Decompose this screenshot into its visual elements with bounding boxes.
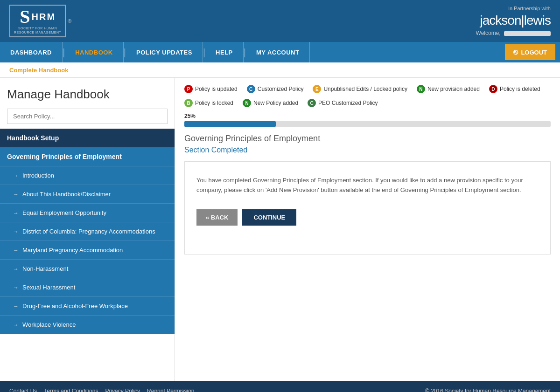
arrow-icon: →	[13, 247, 19, 254]
badge-customized: C	[247, 85, 255, 93]
legend-label-locked: Policy is locked	[195, 100, 233, 106]
legend-item-unpublished: E Unpublished Edits / Locked policy	[313, 85, 407, 93]
arrow-icon: →	[13, 322, 19, 328]
content-text: You have completed Governing Principles …	[196, 176, 539, 195]
legend-row2: B Policy is locked N New Policy added C …	[184, 99, 551, 107]
sidebar-item-maryland-pregnancy[interactable]: → Maryland Pregnancy Accommodation	[0, 241, 175, 259]
legend-item-peo: C PEO Customized Policy	[308, 99, 378, 107]
sidebar-item-workplace-violence[interactable]: → Workplace Violence	[0, 315, 175, 334]
main-content: Manage Handbook Handbook Setup Governing…	[0, 78, 560, 381]
sidebar-item-label: Maryland Pregnancy Accommodation	[22, 247, 123, 254]
footer-terms[interactable]: Terms and Conditions	[44, 388, 98, 392]
sidebar: Manage Handbook Handbook Setup Governing…	[0, 78, 175, 381]
progress-container: 25%	[184, 113, 551, 127]
logo-area: S HRM SOCIETY FOR HUMANRESOURCE MANAGEME…	[9, 5, 71, 37]
nav-handbook[interactable]: HANDBOOK	[65, 42, 124, 62]
breadcrumb: Complete Handbook	[0, 62, 560, 78]
partner-name: jackson|lewis	[476, 13, 551, 28]
logout-button[interactable]: ⎋ LOGOUT	[505, 44, 555, 60]
logo-tagline: SOCIETY FOR HUMANRESOURCE MANAGEMENT	[14, 26, 61, 34]
legend-label-new-policy: New Policy added	[253, 100, 298, 106]
section-completed: Section Completed	[184, 146, 551, 154]
legend-label-peo: PEO Customized Policy	[318, 100, 378, 106]
nav-help[interactable]: HELP	[205, 42, 244, 62]
nav-dashboard[interactable]: DASHBOARD	[0, 42, 63, 62]
search-input[interactable]	[7, 109, 168, 124]
partner-name-part2: lewis	[524, 13, 551, 28]
nav-policy-updates[interactable]: POLICY UPDATES	[126, 42, 203, 62]
legend-label-new-provision: New provision added	[427, 86, 480, 92]
sidebar-item-introduction[interactable]: → Introduction	[0, 166, 175, 185]
sidebar-item-non-harassment[interactable]: → Non-Harassment	[0, 259, 175, 278]
logo-s-letter: S	[20, 7, 30, 26]
content-box: You have completed Governing Principles …	[184, 161, 551, 254]
main-nav: DASHBOARD | HANDBOOK | POLICY UPDATES | …	[0, 42, 560, 62]
partner-name-part1: jackson	[480, 13, 521, 28]
arrow-icon: →	[13, 210, 19, 216]
sidebar-section-handbook-setup: Handbook Setup	[0, 129, 175, 147]
badge-unpublished: E	[313, 85, 321, 93]
badge-policy-updated: P	[184, 85, 193, 93]
arrow-icon: →	[13, 228, 19, 235]
footer-privacy[interactable]: Privacy Policy	[105, 388, 140, 392]
footer-copyright: © 2016 Society for Human Resource Manage…	[425, 388, 551, 392]
sidebar-item-label: Equal Employment Opportunity	[22, 209, 106, 216]
breadcrumb-link[interactable]: Complete Handbook	[9, 67, 68, 74]
legend: P Policy is updated C Customized Policy …	[184, 85, 551, 93]
badge-new-provision: N	[417, 85, 425, 93]
sidebar-item-label: Sexual Harassment	[22, 284, 75, 291]
legend-label-updated: Policy is updated	[195, 86, 238, 92]
logout-label: LOGOUT	[521, 49, 547, 56]
back-button[interactable]: « BACK	[196, 209, 238, 226]
arrow-icon: →	[13, 172, 19, 179]
badge-new-policy: N	[243, 99, 251, 107]
sidebar-item-dc-pregnancy[interactable]: → District of Columbia: Pregnancy Accomm…	[0, 222, 175, 241]
section-header: Governing Principles of Employment	[184, 134, 551, 144]
progress-bar-fill	[184, 121, 276, 127]
legend-item-updated: P Policy is updated	[184, 85, 238, 93]
arrow-icon: →	[13, 266, 19, 272]
header: S HRM SOCIETY FOR HUMANRESOURCE MANAGEME…	[0, 0, 560, 42]
welcome-text: Welcome,	[476, 30, 551, 36]
arrow-icon: →	[13, 303, 19, 309]
footer: Contact Us Terms and Conditions Privacy …	[0, 381, 560, 392]
sidebar-item-about-handbook[interactable]: → About This Handbook/Disclaimer	[0, 185, 175, 203]
legend-item-deleted: D Policy is deleted	[489, 85, 540, 93]
legend-label-customized: Customized Policy	[258, 86, 304, 92]
sidebar-item-label: Workplace Violence	[22, 321, 76, 328]
sidebar-item-label: Introduction	[22, 172, 54, 179]
right-panel: P Policy is updated C Customized Policy …	[175, 78, 560, 381]
welcome-name-bar	[504, 31, 551, 36]
legend-item-customized: C Customized Policy	[247, 85, 304, 93]
badge-peo: C	[308, 99, 316, 107]
legend-label-deleted: Policy is deleted	[500, 86, 540, 92]
nav-items: DASHBOARD | HANDBOOK | POLICY UPDATES | …	[0, 42, 505, 62]
sidebar-item-equal-employment[interactable]: → Equal Employment Opportunity	[0, 203, 175, 222]
logout-icon: ⎋	[513, 48, 518, 56]
footer-reprint[interactable]: Reprint Permission	[147, 388, 194, 392]
legend-item-new-provision: N New provision added	[417, 85, 480, 93]
partner-area: In Partnership with jackson|lewis Welcom…	[476, 6, 551, 36]
sidebar-category-governing[interactable]: Governing Principles of Employment	[0, 147, 175, 166]
logo-hrm-text: HRM	[32, 12, 56, 21]
sidebar-item-label: District of Columbia: Pregnancy Accommod…	[22, 228, 155, 235]
sidebar-item-label: Drug-Free and Alcohol-Free Workplace	[22, 303, 128, 309]
badge-deleted: D	[489, 85, 497, 93]
partner-label: In Partnership with	[476, 6, 551, 11]
sidebar-item-label: Non-Harassment	[22, 265, 68, 272]
sidebar-title: Manage Handbook	[0, 78, 175, 109]
legend-item-new-policy: N New Policy added	[243, 99, 298, 107]
sidebar-item-drug-free[interactable]: → Drug-Free and Alcohol-Free Workplace	[0, 296, 175, 315]
arrow-icon: →	[13, 284, 19, 291]
nav-my-account[interactable]: MY ACCOUNT	[246, 42, 310, 62]
sidebar-item-sexual-harassment[interactable]: → Sexual Harassment	[0, 278, 175, 296]
sidebar-item-label: About This Handbook/Disclaimer	[22, 191, 111, 198]
badge-locked: B	[184, 99, 193, 107]
registered-mark: ®	[68, 18, 71, 24]
continue-button[interactable]: CONTINUE	[242, 209, 296, 226]
footer-contact[interactable]: Contact Us	[9, 388, 37, 392]
progress-label: 25%	[184, 113, 551, 119]
btn-row: « BACK CONTINUE	[196, 209, 539, 226]
legend-item-locked: B Policy is locked	[184, 99, 233, 107]
footer-links: Contact Us Terms and Conditions Privacy …	[9, 388, 194, 392]
